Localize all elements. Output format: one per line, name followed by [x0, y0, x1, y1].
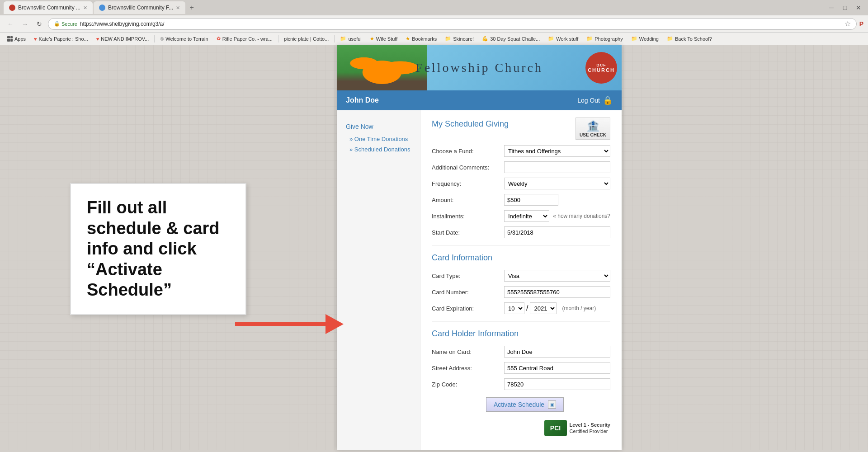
bookmark-separator-3 [334, 35, 335, 42]
tab-close-2[interactable]: ✕ [176, 5, 180, 11]
new-tab-button[interactable]: + [186, 2, 197, 13]
pci-certified: Certified Provider [570, 428, 611, 434]
amount-input[interactable] [504, 194, 558, 206]
bookmark-work[interactable]: 📁 Work stuff [544, 35, 582, 42]
main-content: Give Now One Time Donations Scheduled Do… [337, 110, 622, 450]
address-text: https://www.shelbygiving.com/g3/a/ [80, 21, 165, 27]
arrow-container [235, 314, 344, 334]
frequency-select[interactable]: Weekly Monthly Bi-Weekly [504, 178, 610, 189]
header-title: Fellowship Church [415, 61, 543, 75]
bookmark-skincare[interactable]: 📁 Skincare! [441, 35, 477, 42]
bookmark-squat[interactable]: 💪 30 Day Squat Challe... [478, 35, 543, 42]
squat-icon: 💪 [482, 36, 488, 42]
terrain-icon: ® [160, 36, 164, 42]
zip-code-row: Zip Code: [432, 378, 610, 390]
bookmark-star-button[interactable]: ☆ [844, 19, 851, 28]
street-address-input[interactable] [504, 362, 610, 374]
section-divider-1 [432, 245, 610, 246]
bookmark-rifle[interactable]: ✿ Rifle Paper Co. - wra... [213, 35, 276, 42]
installments-select[interactable]: Indefinite 1 [504, 210, 549, 222]
bookmark-terrain[interactable]: ® Welcome to Terrain [156, 35, 212, 42]
frequency-row: Frequency: Weekly Monthly Bi-Weekly [432, 178, 610, 189]
card-type-label: Card Type: [432, 273, 504, 279]
pci-text-block: Level 1 - Security Certified Provider [570, 422, 611, 435]
zip-code-input[interactable] [504, 378, 610, 390]
activate-schedule-button[interactable]: Activate Schedule ▣ [486, 397, 564, 412]
back-button[interactable]: ← [5, 18, 16, 30]
bookmark-useful[interactable]: 📁 useful [336, 35, 365, 42]
expiry-year-select[interactable]: 2021 [530, 302, 557, 314]
expiry-group: 10 / 2021 (month / year) [504, 302, 610, 314]
bookmark-work-label: Work stuff [556, 36, 578, 42]
bookmark-kates[interactable]: ♥ Kate's Paperie : Sho... [30, 35, 92, 42]
sidebar-give-now[interactable]: Give Now [337, 119, 420, 134]
address-bar[interactable]: 🔒 Secure https://www.shelbygiving.com/g3… [48, 18, 857, 30]
card-number-input[interactable] [504, 286, 610, 298]
bookmark-wedding[interactable]: 📁 Wedding [627, 35, 662, 42]
pinterest-button[interactable]: P [859, 20, 863, 28]
tab-inactive[interactable]: Brownsville Community F... ✕ [94, 1, 185, 14]
bookmark-photography[interactable]: 📁 Photography [583, 35, 626, 42]
nav-bar: ← → ↻ 🔒 Secure https://www.shelbygiving.… [0, 15, 868, 33]
forward-button[interactable]: → [19, 18, 31, 30]
installments-label: Installments: [432, 213, 504, 220]
bookmark-new[interactable]: ♥ NEW AND IMPROV... [93, 35, 152, 42]
arrow-head [326, 314, 344, 334]
tab-close-1[interactable]: ✕ [83, 5, 87, 11]
bookmarks-bar: Apps ♥ Kate's Paperie : Sho... ♥ NEW AND… [0, 33, 868, 45]
folder-icon-2: 📁 [445, 36, 451, 42]
tab-icon-red [9, 5, 15, 11]
card-expiration-row: Card Expiration: 10 / 2021 (month / year… [432, 302, 610, 314]
use-check-button[interactable]: 🏦 USE CHECK [576, 118, 610, 140]
card-section-title: Card Information [432, 253, 610, 263]
activate-schedule-icon: ▣ [548, 400, 556, 409]
folder-icon-4: 📁 [586, 36, 593, 42]
bookmark-apps[interactable]: Apps [4, 35, 29, 42]
logout-label: Log Out [577, 97, 600, 104]
tab-active[interactable]: Brownsville Community ... ✕ [4, 1, 93, 14]
sidebar-one-time[interactable]: One Time Donations [337, 134, 420, 144]
logout-button[interactable]: Log Out 🔒 [577, 95, 613, 105]
close-button[interactable]: ✕ [853, 2, 864, 14]
installments-row: Installments: Indefinite 1 « how many do… [432, 210, 610, 222]
folder-icon-1: 📁 [340, 36, 346, 42]
bookmark-wifestuff[interactable]: ★ Wife Stuff [366, 35, 401, 42]
card-type-select[interactable]: Visa MasterCard Discover [504, 270, 610, 282]
secure-badge: 🔒 Secure [54, 21, 77, 27]
minimize-button[interactable]: ─ [826, 2, 837, 14]
bookmark-new-label: NEW AND IMPROV... [101, 36, 149, 42]
choose-fund-select[interactable]: Tithes and Offerings [504, 145, 610, 157]
start-date-input[interactable] [504, 226, 610, 238]
site-header: Fellowship Church BCF CHURCH [337, 45, 622, 90]
bookmark-wedding-label: Wedding [639, 36, 659, 42]
start-date-row: Start Date: [432, 226, 610, 238]
bookmark-bookmarks[interactable]: ★ Bookmarks [402, 35, 440, 42]
orange-tree-image [337, 45, 427, 90]
rifle-icon: ✿ [217, 36, 221, 42]
maximize-button[interactable]: □ [839, 2, 851, 14]
name-on-card-input[interactable] [504, 346, 610, 358]
pci-logo-text: pci [550, 424, 561, 432]
bookmark-bookmarks-label: Bookmarks [412, 36, 437, 42]
additional-comments-input[interactable] [504, 161, 610, 173]
arrow-line [235, 322, 326, 326]
card-number-label: Card Number: [432, 289, 504, 296]
bookmark-picnic[interactable]: picnic plate | Cotto... [280, 35, 332, 42]
tab-icon-blue [99, 5, 105, 11]
expiry-month-select[interactable]: 10 [504, 302, 524, 314]
refresh-button[interactable]: ↻ [33, 18, 45, 30]
name-on-card-row: Name on Card: [432, 346, 610, 358]
bookmark-school[interactable]: 📁 Back To School? [663, 35, 716, 42]
folder-icon-6: 📁 [667, 36, 673, 42]
page-wrapper: Fellowship Church BCF CHURCH John Doe Lo… [0, 45, 868, 450]
user-name: John Doe [346, 96, 379, 104]
apps-grid-icon [7, 36, 13, 42]
use-check-label: USE CHECK [580, 132, 606, 137]
logo-church: CHURCH [588, 67, 615, 73]
bookmark-useful-label: useful [348, 36, 361, 42]
amount-label: Amount: [432, 197, 504, 203]
secure-label: Secure [61, 21, 77, 27]
sidebar-scheduled[interactable]: Scheduled Donations [337, 144, 420, 155]
activate-row: Activate Schedule ▣ [432, 397, 610, 412]
street-address-label: Street Address: [432, 365, 504, 372]
